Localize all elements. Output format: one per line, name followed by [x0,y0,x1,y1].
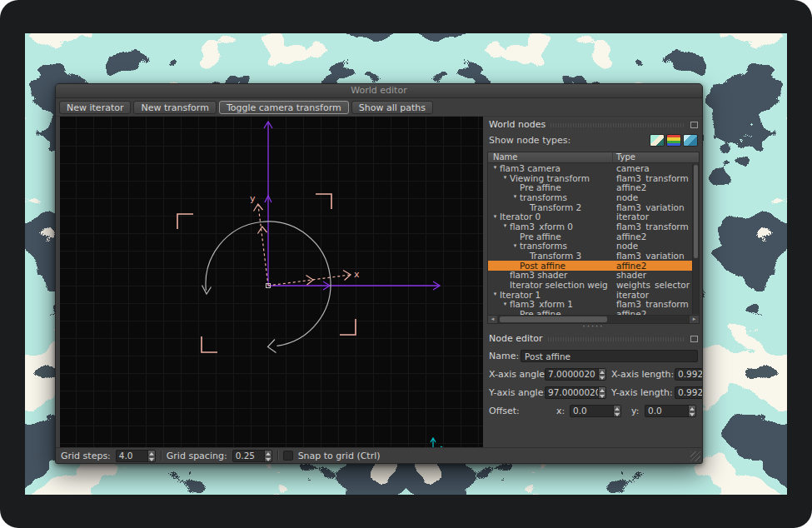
x-axis-angle-label: X-axis angle: [489,369,545,380]
expander-icon[interactable]: ▾ [491,290,500,299]
palette-icon[interactable] [666,134,681,147]
spin-down-icon[interactable] [599,392,605,398]
y-axis-length-spinbox[interactable]: 0.9925 [675,386,702,399]
tree-row-flam3-camera[interactable]: ▾flam3 camera camera [488,163,699,173]
tree-header: Name Type [488,152,699,163]
tree-row-viewing-transform[interactable]: ▾Viewing transform flam3_transform [488,173,699,183]
column-header-type[interactable]: Type [613,152,699,162]
grid-statusbar: Grid steps: 4.0 Grid spacing: 0.25 Snap … [56,447,702,463]
spin-down-icon[interactable] [614,411,620,416]
cube-icon[interactable] [683,134,698,147]
tree-row-flam3-shader[interactable]: flam3 shader shader [488,271,699,281]
node-name-input[interactable] [521,350,698,362]
thumbnail-icon[interactable] [650,134,665,147]
toolbar: New iterator New transform Toggle camera… [56,98,702,117]
float-panel-icon[interactable] [690,122,698,128]
scrollbar-thumb[interactable] [694,165,698,258]
show-node-types-label: Show node types: [489,135,570,146]
node-type-filter-row: Show node types: [487,130,700,151]
expander-icon[interactable]: ▾ [511,192,520,202]
expander-icon[interactable]: ▾ [491,212,500,222]
tree-row-iterator-selection-weights[interactable]: Iterator selection weig weights_selector [488,280,699,290]
world-editor-window: World editor New iterator New transform … [55,83,703,464]
x-axis-angle-spinbox[interactable]: 7.0000020 [545,368,606,381]
window-resize-grip[interactable] [690,451,700,461]
tree-row-transform-2[interactable]: Transform 2 flam3_variation [488,202,699,212]
scrollbar-thumb[interactable] [500,316,607,322]
node-editor-header: Node editor [487,331,700,344]
offset-x-spinbox[interactable]: 0.0 [570,405,621,417]
tree-row-flam3-xform-0[interactable]: ▾flam3_xform 0 flam3_transform [488,222,699,232]
x-axis-length-label: X-axis length: [611,369,675,380]
offset-y-spinbox[interactable]: 0.0 [645,405,696,417]
x-axis-label: x [354,269,360,280]
offset-label: Offset: [489,406,545,416]
toggle-camera-transform-button[interactable]: Toggle camera transform [219,101,349,114]
spin-down-icon[interactable] [689,411,695,416]
float-panel-icon[interactable] [690,336,698,342]
tree-horizontal-scrollbar[interactable]: ◂ ▸ [488,315,699,323]
tree-body: ▾flam3 camera camera ▾Viewing transform … [488,163,699,315]
dock-drag-handle[interactable] [548,337,685,341]
y-axis-angle-spinbox[interactable]: 97.0000020 [545,386,606,399]
tree-row-pre-affine-3[interactable]: Pre affine affine2 [488,309,699,315]
grid-steps-label: Grid steps: [61,451,111,461]
expander-icon[interactable]: ▾ [501,173,510,182]
new-transform-button[interactable]: New transform [133,101,216,114]
desktop: World editor New iterator New transform … [25,33,787,495]
y-axis-angle-label: Y-axis angle: [489,387,545,398]
column-header-name[interactable]: Name [488,152,613,162]
y-axis-length-label: Y-axis length: [611,387,675,398]
node-editor-title: Node editor [489,333,543,344]
world-nodes-title: World nodes [489,119,545,130]
canvas-viewport[interactable]: x y [60,117,483,447]
spin-down-icon[interactable] [148,456,155,461]
screen-bezel: World editor New iterator New transform … [0,0,812,528]
expander-icon[interactable]: ▾ [501,222,510,231]
tree-row-pre-affine-1[interactable]: Pre affine affine2 [488,182,699,192]
expander-icon[interactable]: ▾ [501,300,510,309]
spin-down-icon[interactable] [599,374,605,380]
tree-row-flam3-xform-1[interactable]: ▾flam3_xform 1 flam3_transform [488,300,699,310]
scroll-left-button[interactable]: ◂ [488,316,497,323]
offset-y-label: y: [631,406,645,416]
tree-row-iterator-1[interactable]: ▾Iterator 1 iterator [488,290,699,300]
new-iterator-button[interactable]: New iterator [59,101,131,114]
expander-icon[interactable]: ▾ [511,242,520,251]
x-axis-length-spinbox[interactable]: 0.9925 [675,368,702,381]
mini-axis-gizmo [431,438,445,447]
name-label: Name: [489,351,521,361]
spin-down-icon[interactable] [265,456,271,461]
node-tree: Name Type ▾flam3 camera camera ▾Viewing … [487,152,700,324]
canvas-drawing: x y [60,117,483,447]
dock-drag-handle[interactable] [550,123,685,127]
snap-to-grid-label: Snap to grid (Ctrl) [298,451,381,461]
selection-corner-brackets[interactable] [177,194,356,352]
offset-x-label: x: [556,406,570,416]
window-content: x y [56,117,702,447]
window-titlebar[interactable]: World editor [56,84,702,98]
expander-icon[interactable]: ▾ [491,163,500,172]
scrollbar-track[interactable] [497,316,690,323]
camera-axes [264,122,440,290]
show-all-paths-button[interactable]: Show all paths [351,101,433,114]
tree-row-pre-affine-2[interactable]: Pre affine affine2 [488,232,699,242]
snap-to-grid-checkbox[interactable] [283,451,293,461]
tree-row-transforms-2[interactable]: ▾transforms node [488,242,699,252]
tree-row-transform-3[interactable]: Transform 3 flam3_variation [488,251,699,261]
grid-steps-spinbox[interactable]: 4.0 [116,450,156,462]
world-nodes-panel: World nodes Show node types: [487,117,702,447]
grid-spacing-label: Grid spacing: [167,451,227,461]
world-nodes-header: World nodes [487,117,700,130]
scroll-right-button[interactable]: ▸ [690,316,699,323]
node-type-filter-icons [650,134,698,147]
separator [277,451,278,461]
panel-splitter-handle[interactable]: ····· [487,324,700,331]
tree-row-iterator-0[interactable]: ▾Iterator 0 iterator [488,212,699,222]
tree-row-transforms-1[interactable]: ▾transforms node [488,192,699,202]
y-axis-label: y [250,193,256,204]
grid-spacing-spinbox[interactable]: 0.25 [232,450,272,462]
tree-vertical-scrollbar[interactable] [692,164,699,314]
tree-row-post-affine[interactable]: Post affine affine2 [488,261,699,271]
separator [161,451,162,461]
